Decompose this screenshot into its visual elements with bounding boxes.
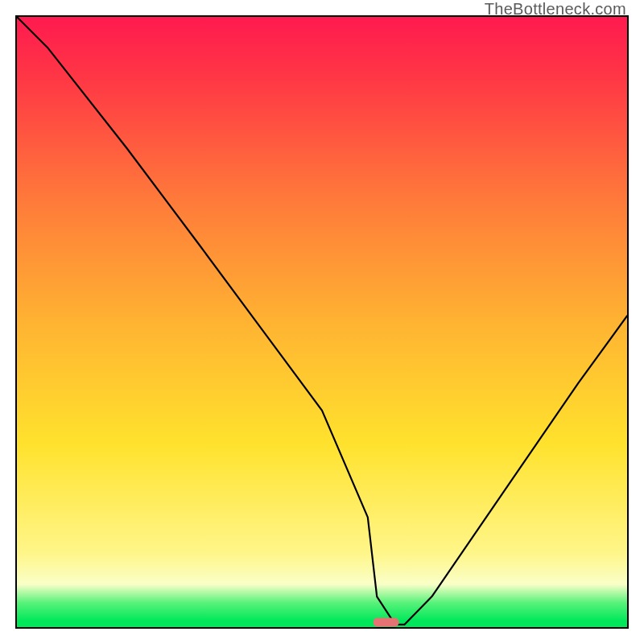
optimal-point-marker <box>374 617 399 626</box>
plot-area <box>15 15 629 629</box>
curve-layer <box>17 17 627 627</box>
bottleneck-chart: TheBottleneck.com <box>0 0 644 644</box>
watermark-text: TheBottleneck.com <box>485 0 626 19</box>
bottleneck-curve-line <box>17 17 627 625</box>
